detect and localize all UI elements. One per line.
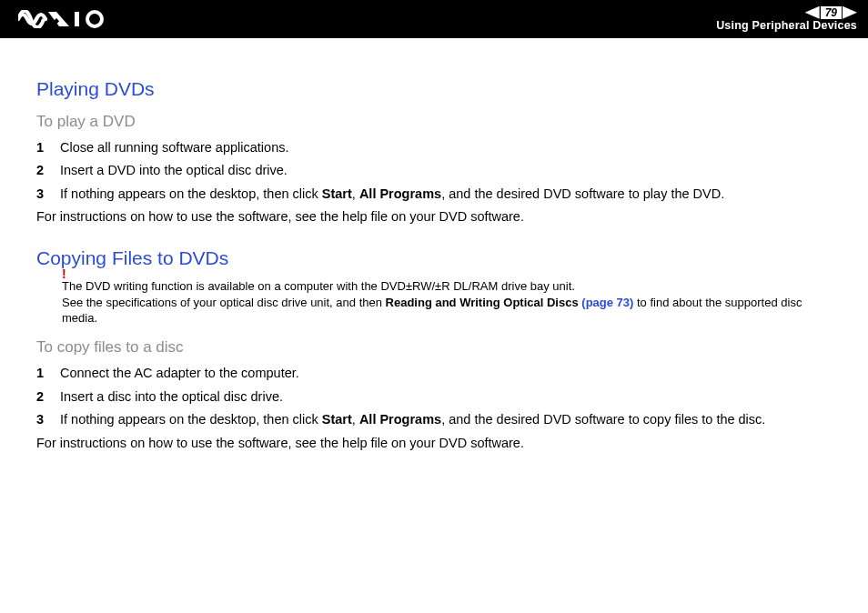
step-number: 2: [36, 160, 60, 180]
page-nav: 79: [805, 6, 857, 19]
svg-point-2: [87, 12, 102, 26]
step-number: 3: [36, 409, 60, 429]
header-right: 79 Using Peripheral Devices: [716, 6, 857, 33]
section-copying: Copying Files to DVDs ! The DVD writing …: [36, 244, 833, 453]
heading-playing: Playing DVDs: [36, 75, 833, 105]
note-playing: For instructions on how to use the softw…: [36, 206, 833, 226]
header-bar: 79 Using Peripheral Devices: [0, 0, 868, 38]
list-item: 2 Insert a disc into the optical disc dr…: [36, 387, 833, 407]
subheading-playing: To play a DVD: [36, 110, 833, 134]
step-number: 1: [36, 137, 60, 157]
subheading-copying: To copy files to a disc: [36, 336, 833, 359]
step-text: If nothing appears on the desktop, then …: [60, 184, 724, 204]
step-text: Connect the AC adapter to the computer.: [60, 363, 299, 383]
list-item: 1 Close all running software application…: [36, 137, 833, 157]
step-text: Insert a disc into the optical disc driv…: [60, 387, 283, 407]
steps-playing: 1 Close all running software application…: [36, 137, 833, 204]
alert-line2: See the specifications of your optical d…: [62, 295, 833, 327]
step-text: Close all running software applications.: [60, 137, 288, 157]
list-item: 3 If nothing appears on the desktop, the…: [36, 409, 833, 429]
list-item: 3 If nothing appears on the desktop, the…: [36, 184, 833, 204]
section-playing: Playing DVDs To play a DVD 1 Close all r…: [36, 75, 833, 227]
step-text: If nothing appears on the desktop, then …: [60, 409, 765, 429]
section-title: Using Peripheral Devices: [716, 20, 857, 33]
vaio-logo: [18, 10, 107, 28]
step-number: 1: [36, 363, 60, 383]
steps-copying: 1 Connect the AC adapter to the computer…: [36, 363, 833, 429]
step-number: 2: [36, 387, 60, 407]
svg-rect-1: [75, 12, 79, 26]
step-number: 3: [36, 184, 60, 204]
prev-page-icon[interactable]: [805, 6, 820, 19]
heading-copying: Copying Files to DVDs: [36, 244, 833, 274]
next-page-icon[interactable]: [843, 6, 857, 19]
step-text: Insert a DVD into the optical disc drive…: [60, 160, 288, 180]
list-item: 2 Insert a DVD into the optical disc dri…: [36, 160, 833, 180]
list-item: 1 Connect the AC adapter to the computer…: [36, 363, 833, 383]
alert-icon: !: [62, 266, 66, 283]
page-link-73[interactable]: (page 73): [581, 296, 633, 309]
page-content: Playing DVDs To play a DVD 1 Close all r…: [0, 38, 868, 453]
note-copying: For instructions on how to use the softw…: [36, 433, 833, 453]
page-number: 79: [821, 6, 842, 19]
alert-line1: The DVD writing function is available on…: [62, 278, 833, 295]
alert-block: ! The DVD writing function is available …: [62, 278, 833, 327]
